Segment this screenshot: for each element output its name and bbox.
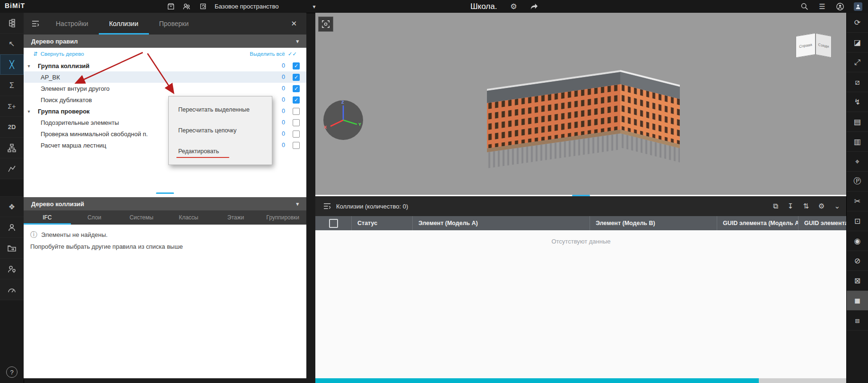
measure-icon[interactable]: ⧄ (847, 72, 868, 92)
solid-view-icon[interactable]: ◼ (847, 291, 868, 311)
section-box-icon[interactable]: ⧈ (847, 311, 868, 331)
rule-checkbox[interactable] (293, 108, 300, 115)
table-column-header[interactable]: GUID элемента (Модель A) (717, 216, 798, 230)
projects-box-icon[interactable] (166, 2, 175, 11)
table-column-header[interactable]: Статус (351, 216, 412, 230)
search-icon[interactable] (800, 2, 808, 11)
rule-checkbox[interactable]: ✓ (293, 96, 300, 104)
table-menu-icon[interactable] (323, 203, 331, 209)
hide-element-icon[interactable]: ⊘ (847, 251, 868, 271)
user-location-icon[interactable] (0, 259, 24, 279)
2d-view-icon[interactable]: 2D (0, 117, 24, 138)
chevron-down-icon[interactable]: ▾ (313, 3, 316, 10)
app-logo[interactable]: BiMiT (5, 2, 25, 9)
context-menu-item[interactable]: Пересчитать цепочку (169, 120, 272, 141)
collapse-tree-button[interactable]: ⇵ Свернуть дерево (30, 50, 87, 58)
workspace-selector[interactable]: Базовое пространство (215, 3, 279, 10)
orbit-icon[interactable]: ⟳ (847, 13, 868, 33)
show-element-icon[interactable]: ◉ (847, 231, 868, 251)
table-column-header[interactable]: GUID элемента (Модель B) (798, 216, 847, 230)
share-icon[interactable] (530, 2, 538, 11)
select-all-button[interactable]: Выделить всё ✓✓ (247, 50, 300, 58)
rule-checkbox[interactable]: ✓ (293, 62, 300, 70)
collisions-table-panel: Коллизии (количество: 0) ⧉ ↧ ⇅ ⚙ ⌄ Стату… (315, 195, 847, 383)
lightning-icon[interactable]: ↯ (847, 92, 868, 112)
cut-section-icon[interactable]: ✂ (847, 192, 868, 211)
collapse-arrow-icon[interactable]: ▾ (24, 63, 34, 69)
collisions-tree-header[interactable]: Дерево коллизий ▾ (24, 197, 306, 210)
rule-checkbox[interactable]: ✓ (293, 85, 300, 92)
sum-add-icon[interactable]: Σ+ (0, 96, 24, 117)
chevron-down-icon[interactable]: ▾ (296, 201, 299, 207)
collision-filter-tab[interactable]: IFC (24, 210, 71, 225)
panel-resize-handle[interactable] (156, 192, 174, 194)
panel-tab[interactable]: Коллизии (99, 13, 149, 35)
fit-view-icon[interactable]: ⤢ (847, 52, 868, 72)
dashboard-gauge-icon[interactable] (0, 279, 24, 300)
chevron-down-icon[interactable]: ▾ (296, 38, 299, 44)
center-model-icon[interactable]: ⌖ (847, 152, 868, 172)
select-all-checkbox[interactable] (329, 219, 338, 228)
collapse-arrow-icon[interactable]: ▾ (24, 109, 34, 114)
user-icon[interactable] (0, 217, 24, 238)
navcube-face[interactable]: Сзади (816, 33, 832, 58)
table-settings-icon[interactable]: ⚙ (818, 202, 825, 210)
navigation-cube[interactable]: Справа Сзади (796, 31, 833, 60)
rule-checkbox[interactable] (293, 119, 300, 126)
rule-checkbox[interactable] (293, 142, 300, 149)
graphs-icon[interactable] (0, 158, 24, 179)
panel-menu-icon[interactable] (31, 20, 40, 27)
scheme-icon[interactable] (0, 138, 24, 158)
tree-toolbar: ⇵ Свернуть дерево Выделить всё ✓✓ (24, 48, 306, 60)
collision-filter-tab[interactable]: Этажи (212, 210, 260, 225)
model-tree-icon[interactable] (0, 13, 24, 34)
horizontal-scrollbar-track[interactable] (315, 378, 847, 383)
focus-mode-button[interactable] (318, 17, 333, 32)
help-icon[interactable]: ? (6, 366, 17, 378)
context-menu-item[interactable]: Пересчитать выделенные (169, 99, 272, 120)
shared-folder-icon[interactable] (0, 238, 24, 259)
rules-tree-header[interactable]: Дерево правил ▾ (24, 35, 306, 48)
viewport-3d[interactable]: Справа Сзади Z Y X (315, 13, 847, 195)
sort-icon[interactable]: ⇅ (803, 202, 809, 210)
panel-tab[interactable]: Проверки (149, 13, 199, 35)
building-model[interactable] (478, 62, 696, 181)
horizontal-scrollbar-thumb[interactable] (315, 378, 759, 383)
navcube-face[interactable]: Справа (796, 33, 816, 58)
rule-tree-row[interactable]: ▾Группа коллизий0✓ (24, 60, 306, 71)
duplicate-icon[interactable]: ⧉ (773, 202, 778, 210)
collaboration-icon[interactable] (182, 2, 191, 11)
collisions-icon[interactable]: ╳ (0, 54, 24, 75)
rule-tree-row[interactable]: Элемент внтури другого0✓ (24, 83, 306, 94)
user-profile-icon[interactable] (854, 2, 862, 11)
rule-checkbox[interactable] (293, 131, 300, 138)
double-check-icon: ✓✓ (288, 51, 297, 57)
axis-gizmo[interactable]: Z Y X (322, 99, 365, 141)
clip-box-icon[interactable]: ▥ (847, 132, 868, 152)
collision-filter-tab[interactable]: Слои (71, 210, 118, 225)
rule-checkbox[interactable]: ✓ (293, 74, 300, 81)
cube-select-icon[interactable]: ◪ (847, 33, 868, 52)
account-circle-icon[interactable] (836, 2, 844, 11)
settings-gear-icon[interactable]: ⚙ (509, 2, 518, 11)
panel-tab[interactable]: Настройки (45, 13, 99, 35)
table-column-header[interactable]: Элемент (Модель B) (590, 216, 717, 230)
sum-icon[interactable]: Σ (0, 75, 24, 96)
collision-filter-tab[interactable]: Системы (118, 210, 165, 225)
context-menu-item[interactable]: Редактировать (169, 141, 272, 162)
section-plane-icon[interactable]: ▤ (847, 112, 868, 132)
table-column-header[interactable]: Элемент (Модель A) (412, 216, 590, 230)
collapse-panel-icon[interactable]: ⌄ (834, 202, 840, 210)
close-panel-button[interactable]: ✕ (288, 19, 300, 28)
select-elements-icon[interactable]: ↖ (0, 34, 24, 54)
collision-filter-tab[interactable]: Группировки (259, 210, 306, 225)
menu-list-icon[interactable]: ☰ (818, 2, 826, 11)
remove-selection-icon[interactable]: ⊠ (847, 271, 868, 291)
plugins-icon[interactable]: ❖ (0, 196, 24, 217)
plan-view-icon[interactable]: Ⓟ (847, 172, 868, 192)
export-icon[interactable]: ↧ (788, 202, 794, 210)
collision-filter-tab[interactable]: Классы (165, 210, 212, 225)
wireframe-box-icon[interactable]: ⊡ (847, 211, 868, 231)
rule-tree-row[interactable]: АР_ВК0✓ (24, 71, 306, 83)
workspace-cube-icon[interactable] (199, 2, 207, 11)
